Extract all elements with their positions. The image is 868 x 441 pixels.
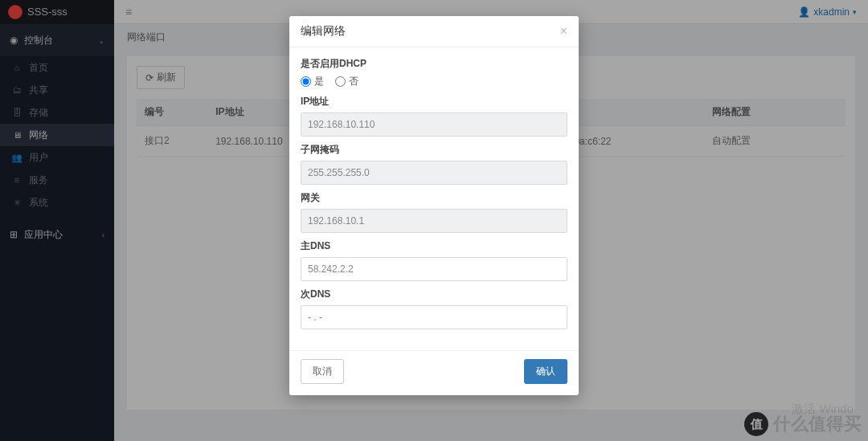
label-mask: 子网掩码 [301, 143, 567, 157]
dhcp-yes-radio[interactable] [301, 76, 311, 87]
label-gateway: 网关 [301, 191, 567, 205]
dhcp-radio-group: 是 否 [301, 75, 567, 88]
ip-input[interactable] [301, 112, 567, 137]
label-dns1: 主DNS [301, 239, 567, 253]
close-button[interactable]: × [560, 24, 567, 39]
dhcp-yes-label: 是 [314, 75, 324, 88]
dhcp-no-label: 否 [349, 75, 358, 88]
dhcp-yes-option[interactable]: 是 [301, 75, 324, 88]
edit-network-modal: 编辑网络 × 是否启用DHCP 是 否 IP地址 子网掩码 网关 主DNS 次D… [289, 16, 579, 395]
label-ip: IP地址 [301, 95, 567, 108]
modal-footer: 取消 确认 [289, 350, 579, 395]
gateway-input[interactable] [301, 209, 567, 233]
modal-header: 编辑网络 × [289, 16, 579, 47]
primary-dns-input[interactable] [301, 257, 567, 281]
modal-overlay: 编辑网络 × 是否启用DHCP 是 否 IP地址 子网掩码 网关 主DNS 次D… [0, 0, 868, 441]
dhcp-no-option[interactable]: 否 [335, 75, 358, 88]
modal-title: 编辑网络 [301, 24, 346, 39]
cancel-button[interactable]: 取消 [301, 359, 344, 384]
label-dhcp: 是否启用DHCP [301, 57, 567, 71]
dhcp-no-radio[interactable] [335, 76, 346, 87]
subnet-mask-input[interactable] [301, 161, 567, 185]
label-dns2: 次DNS [301, 288, 567, 301]
secondary-dns-input[interactable] [301, 305, 567, 329]
modal-body: 是否启用DHCP 是 否 IP地址 子网掩码 网关 主DNS 次DNS [289, 47, 579, 334]
confirm-button[interactable]: 确认 [524, 359, 567, 384]
